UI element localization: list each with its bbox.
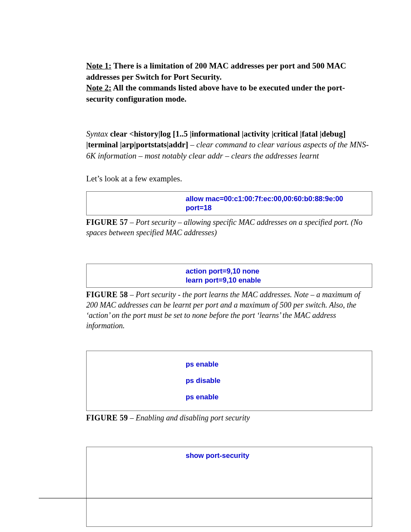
code-line: allow mac=00:c1:00:7f:ec:00,00:60:b0:88:… [186, 194, 367, 203]
note-2-label: Note 2: [86, 83, 112, 92]
code-line: show port-security [186, 451, 367, 460]
figure-label: FIGURE 59 [86, 414, 128, 422]
footer-rule [39, 498, 372, 498]
code-line: action port=9,10 none [186, 267, 367, 276]
figure-label: FIGURE 57 [86, 218, 128, 227]
syntax-label: Syntax [86, 129, 108, 138]
code-line: ps enable [186, 356, 367, 373]
document-page: Note 1: There is a limitation of 200 MAC… [0, 0, 411, 532]
figure-59-caption: FIGURE 59 – Enabling and disabling port … [86, 413, 372, 423]
note-1-label: Note 1: [86, 61, 112, 70]
code-block-3: ps enable ps disable ps enable [86, 351, 372, 411]
figure-58-caption: FIGURE 58 – Port security - the port lea… [86, 289, 372, 331]
figure-body: – Enabling and disabling port security [128, 414, 250, 422]
code-line: ps disable [186, 373, 367, 389]
code-line: port=18 [186, 203, 367, 212]
code-block-1: allow mac=00:c1:00:7f:ec:00,00:60:b0:88:… [86, 191, 372, 215]
intro-text: Let’s look at a few examples. [86, 174, 372, 184]
code-block-2: action port=9,10 none learn port=9,10 en… [86, 264, 372, 287]
note-2-body: All the commands listed above have to be… [86, 83, 345, 103]
figure-body: – Port security – allowing specific MAC … [86, 218, 362, 237]
code-line: learn port=9,10 enable [186, 276, 367, 285]
code-line: ps enable [186, 389, 367, 405]
note-1: Note 1: There is a limitation of 200 MAC… [86, 60, 372, 82]
note-1-body: There is a limitation of 200 MAC address… [86, 61, 346, 81]
syntax-block: Syntax clear <history|log [1..5 |informa… [86, 128, 372, 162]
figure-57-caption: FIGURE 57 – Port security – allowing spe… [86, 217, 372, 238]
note-2: Note 2: All the commands listed above ha… [86, 82, 372, 104]
figure-label: FIGURE 58 [86, 290, 128, 299]
code-block-4: show port-security [86, 447, 372, 527]
